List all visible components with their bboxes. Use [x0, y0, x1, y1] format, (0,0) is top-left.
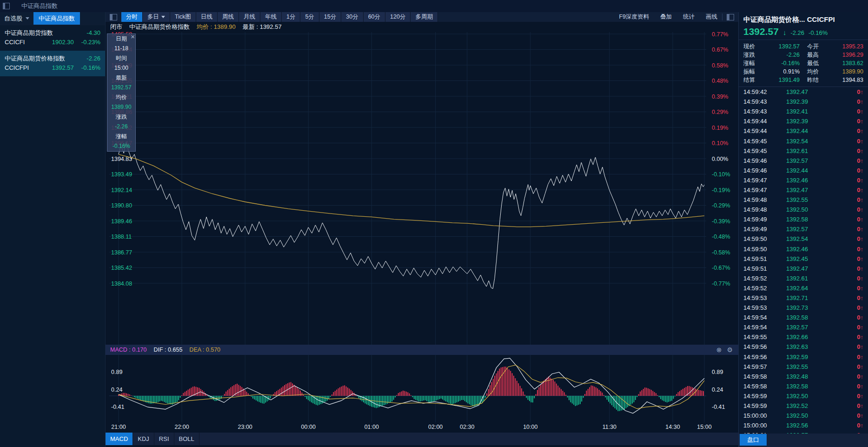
tape-row[interactable]: 14:59:451392.540↑	[739, 136, 868, 146]
tape-row[interactable]: 14:59:541392.570↑	[739, 322, 868, 332]
tape-row[interactable]: 15:00:001392.500↑	[739, 411, 868, 420]
period-button[interactable]: 30分	[341, 12, 363, 22]
svg-text:1393.49: 1393.49	[111, 171, 132, 178]
period-button[interactable]: 5分	[300, 12, 319, 22]
toolbar-action[interactable]: 叠加	[660, 13, 672, 21]
watchlist-item[interactable]: 中证商品期货指数-4.30CCICFI1902.30-0.23%	[0, 25, 105, 51]
period-button[interactable]: 年线	[260, 12, 282, 22]
indicator-tab-rsi[interactable]: RSI	[154, 433, 174, 445]
tape-row[interactable]: 14:59:421392.470↑	[739, 87, 868, 97]
panel-toggle-icon[interactable]	[110, 14, 117, 20]
indicator-tab-kdj[interactable]: KDJ	[133, 433, 154, 445]
tape-row[interactable]: 15:00:011392.570↑	[739, 430, 868, 434]
tape-price: 1392.50	[786, 412, 831, 419]
watchlist-group-selector[interactable]: 自选股	[0, 12, 33, 25]
tape-row[interactable]: 14:59:581392.480↑	[739, 372, 868, 381]
tape-row[interactable]: 14:59:491392.570↑	[739, 224, 868, 234]
intraday-chart[interactable]: 1405.581404.241402.891401.551400.211398.…	[106, 32, 738, 345]
tape-row[interactable]: 14:59:501392.460↑	[739, 244, 868, 254]
panel-toggle-right-icon[interactable]	[727, 14, 734, 20]
period-button[interactable]: 120分	[385, 12, 411, 22]
tape-row[interactable]: 14:59:431392.410↑	[739, 107, 868, 116]
indicator-tab-boll[interactable]: BOLL	[174, 433, 199, 445]
gear-icon[interactable]: ⚙	[727, 346, 733, 354]
quote-field: 今开1395.23	[807, 42, 863, 51]
window-menu-icon[interactable]	[3, 3, 10, 9]
period-button[interactable]: 多周期	[411, 12, 438, 22]
period-button[interactable]: 日线	[196, 12, 218, 22]
tape-time: 14:59:49	[743, 216, 786, 223]
quote-field: 振幅0.91%	[743, 67, 800, 76]
tape-volume: 0↑	[857, 373, 863, 380]
period-button[interactable]: 月线	[239, 12, 260, 22]
trading-app: 首页中证商品指数行情-中证商品期货价格指数× 自选股 中证商品指数 中证商品期货…	[0, 0, 868, 447]
toolbar-action[interactable]: 统计	[683, 13, 695, 21]
tape-row[interactable]: 14:59:451392.610↑	[739, 146, 868, 156]
tape-volume: 0↑	[857, 206, 863, 213]
tape-time: 14:59:59	[743, 393, 786, 400]
tape-volume: 0↑	[857, 285, 863, 292]
svg-text:1388.11: 1388.11	[111, 234, 132, 240]
period-button[interactable]: 周线	[218, 12, 239, 22]
last-price: 1392.57	[743, 26, 779, 37]
tape-row[interactable]: 14:59:441392.440↑	[739, 126, 868, 136]
tape-row[interactable]: 14:59:551392.660↑	[739, 332, 868, 342]
tape-time: 15:00:00	[743, 412, 786, 419]
period-button[interactable]: 60分	[364, 12, 385, 22]
toolbar-action[interactable]: 画线	[706, 13, 717, 21]
tape-row[interactable]: 14:59:511392.450↑	[739, 254, 868, 264]
tape-row[interactable]: 14:59:591392.520↑	[739, 401, 868, 411]
quote-header: 中证商品期货价格... CCICFPI 1392.57 ↓ -2.26 -0.1…	[739, 12, 868, 40]
period-button[interactable]: 多日	[143, 12, 170, 22]
tape-row[interactable]: 14:59:461392.570↑	[739, 156, 868, 166]
macd-panel[interactable]: 0.890.890.240.24-0.41-0.41	[106, 355, 738, 422]
tape-row[interactable]: 15:00:001392.560↑	[739, 420, 868, 430]
svg-text:1386.77: 1386.77	[111, 249, 132, 256]
tape-price: 1392.41	[786, 108, 831, 115]
period-button[interactable]: 1分	[282, 12, 300, 22]
period-button[interactable]: Tick图	[170, 12, 196, 22]
quote-field-label: 今开	[807, 42, 819, 51]
price-change: -2.26	[790, 29, 804, 36]
tape-row[interactable]: 14:59:481392.500↑	[739, 205, 868, 214]
period-button[interactable]: 15分	[319, 12, 341, 22]
tape-row[interactable]: 14:59:521392.610↑	[739, 274, 868, 283]
pankou-button[interactable]: 盘口	[740, 434, 767, 446]
tape-row[interactable]: 14:59:571392.550↑	[739, 362, 868, 372]
tooltip-row: -2.26	[107, 122, 135, 132]
tape-row[interactable]: 14:59:511392.470↑	[739, 264, 868, 274]
tape-volume: 0↑	[857, 108, 863, 115]
instrument-title-name: 中证商品期货价格...	[743, 15, 805, 23]
tape-row[interactable]: 14:59:521392.640↑	[739, 283, 868, 293]
tape-row[interactable]: 14:59:501392.540↑	[739, 234, 868, 244]
tape-row[interactable]: 14:59:481392.550↑	[739, 195, 868, 205]
close-circle-icon[interactable]: ⊗	[716, 346, 722, 354]
tape-row[interactable]: 14:59:531392.710↑	[739, 293, 868, 303]
tape-row[interactable]: 14:59:491392.580↑	[739, 214, 868, 224]
watchlist-tab-index[interactable]: 中证商品指数	[33, 12, 80, 25]
watchlist-item[interactable]: 中证商品期货价格指数-2.26CCICFPI1392.57-0.16%	[0, 51, 105, 76]
tape-row[interactable]: 14:59:471392.470↑	[739, 185, 868, 195]
toolbar-action[interactable]: F9深度资料	[619, 13, 649, 21]
quote-field-value: 1389.90	[842, 67, 863, 76]
tape-row[interactable]: 14:59:431392.390↑	[739, 97, 868, 107]
indicator-tab-macd[interactable]: MACD	[106, 433, 133, 445]
window-tab[interactable]: 中证商品指数	[14, 0, 111, 12]
tape-row[interactable]: 14:59:471392.460↑	[739, 175, 868, 185]
close-icon[interactable]: ×	[131, 33, 135, 40]
tape-row[interactable]: 14:59:591392.500↑	[739, 391, 868, 401]
chart-toolbar: 分时多日Tick图日线周线月线年线1分5分15分30分60分120分多周期 F9…	[106, 12, 738, 22]
time-sales-list[interactable]: 14:59:421392.470↑14:59:431392.390↑14:59:…	[739, 87, 868, 434]
period-button[interactable]: 分时	[121, 12, 143, 22]
tape-row[interactable]: 14:59:541392.580↑	[739, 313, 868, 322]
svg-text:1385.42: 1385.42	[111, 265, 132, 271]
tape-row[interactable]: 14:59:461392.440↑	[739, 166, 868, 175]
tape-row[interactable]: 14:59:581392.580↑	[739, 381, 868, 391]
tape-row[interactable]: 14:59:531392.730↑	[739, 303, 868, 313]
time-axis-label: 11:30	[603, 424, 616, 430]
time-axis-label: 02:30	[460, 424, 474, 430]
tape-row[interactable]: 14:59:441392.390↑	[739, 116, 868, 126]
tape-row[interactable]: 14:59:561392.630↑	[739, 342, 868, 352]
svg-text:1394.83: 1394.83	[111, 156, 132, 162]
tape-row[interactable]: 14:59:561392.590↑	[739, 352, 868, 362]
